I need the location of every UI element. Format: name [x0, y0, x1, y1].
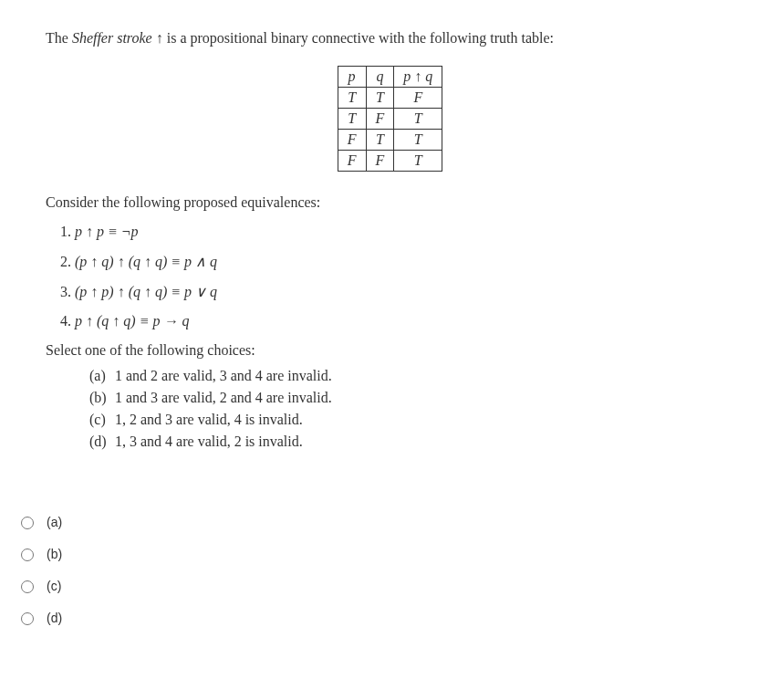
equiv-item: p ↑ (q ↑ q) ≡ p → q — [75, 313, 734, 329]
choice-item: (c)1, 2 and 3 are valid, 4 is invalid. — [89, 412, 734, 428]
radio-input-b[interactable] — [21, 549, 34, 561]
cell: F — [366, 109, 394, 130]
cell: F — [366, 151, 394, 172]
equiv-formula: (p ↑ p) ↑ (q ↑ q) ≡ p ∨ q — [75, 284, 217, 299]
choice-text: 1, 3 and 4 are valid, 2 is invalid. — [115, 434, 303, 449]
radio-label: (c) — [47, 579, 61, 593]
cell: T — [394, 130, 442, 151]
sheffer-symbol: ↑ — [152, 30, 167, 46]
equiv-formula: p ↑ p ≡ ¬p — [75, 224, 139, 239]
consider-text: Consider the following proposed equivale… — [46, 194, 734, 211]
equiv-item: p ↑ p ≡ ¬p — [75, 224, 734, 240]
radio-section: (a) (b) (c) (d) — [0, 486, 780, 625]
cell: T — [338, 88, 366, 109]
truth-table: p q p ↑ q T T F T F T F T T F F T — [338, 66, 443, 172]
equivalence-list: p ↑ p ≡ ¬p (p ↑ q) ↑ (q ↑ q) ≡ p ∧ q (p … — [46, 224, 734, 329]
equiv-formula: (p ↑ q) ↑ (q ↑ q) ≡ p ∧ q — [75, 254, 217, 269]
choice-label: (a) — [89, 368, 115, 384]
choice-text: 1, 2 and 3 are valid, 4 is invalid. — [115, 412, 303, 427]
cell: T — [394, 109, 442, 130]
radio-label: (b) — [47, 547, 62, 561]
radio-option-b[interactable]: (b) — [16, 546, 780, 561]
cell: T — [338, 109, 366, 130]
choice-label: (b) — [89, 390, 115, 406]
cell: T — [366, 130, 394, 151]
choice-list: (a)1 and 2 are valid, 3 and 4 are invali… — [46, 368, 734, 450]
radio-option-c[interactable]: (c) — [16, 578, 780, 593]
th-q: q — [366, 67, 394, 88]
intro-text: The Sheffer stroke ↑ is a propositional … — [46, 27, 734, 49]
choice-item: (d)1, 3 and 4 are valid, 2 is invalid. — [89, 434, 734, 450]
th-pq: p ↑ q — [394, 67, 442, 88]
cell: F — [394, 88, 442, 109]
cell: T — [366, 88, 394, 109]
equiv-item: (p ↑ p) ↑ (q ↑ q) ≡ p ∨ q — [75, 283, 734, 300]
choice-label: (c) — [89, 412, 115, 428]
radio-option-d[interactable]: (d) — [16, 610, 780, 625]
choice-label: (d) — [89, 434, 115, 450]
intro-rest: is a propositional binary connective wit… — [167, 30, 554, 46]
choice-text: 1 and 2 are valid, 3 and 4 are invalid. — [115, 368, 332, 383]
radio-label: (d) — [47, 611, 62, 625]
select-prompt: Select one of the following choices: — [46, 342, 734, 359]
sheffer-term: Sheffer stroke — [72, 30, 152, 46]
th-p: p — [338, 67, 366, 88]
radio-option-a[interactable]: (a) — [16, 514, 780, 529]
radio-label: (a) — [47, 515, 62, 529]
radio-input-c[interactable] — [21, 580, 34, 593]
cell: F — [338, 130, 366, 151]
intro-prefix: The — [46, 30, 72, 46]
choice-text: 1 and 3 are valid, 2 and 4 are invalid. — [115, 390, 332, 405]
radio-input-a[interactable] — [21, 517, 34, 529]
choice-item: (a)1 and 2 are valid, 3 and 4 are invali… — [89, 368, 734, 384]
radio-input-d[interactable] — [21, 612, 34, 625]
choice-item: (b)1 and 3 are valid, 2 and 4 are invali… — [89, 390, 734, 406]
equiv-item: (p ↑ q) ↑ (q ↑ q) ≡ p ∧ q — [75, 253, 734, 270]
cell: F — [338, 151, 366, 172]
cell: T — [394, 151, 442, 172]
equiv-formula: p ↑ (q ↑ q) ≡ p → q — [75, 313, 189, 329]
